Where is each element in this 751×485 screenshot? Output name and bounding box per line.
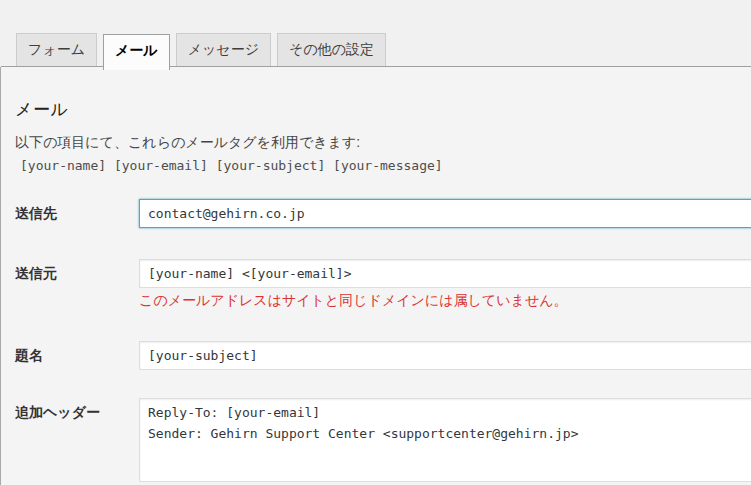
- tab-additional-settings[interactable]: その他の設定: [277, 33, 386, 66]
- mail-from-input[interactable]: [139, 259, 751, 288]
- mail-tags-description: 以下の項目にて、これらのメールタグを利用できます:: [15, 134, 751, 152]
- contact-form-editor: フォーム メール メッセージ その他の設定 メール 以下の項目にて、これらのメー…: [0, 33, 751, 485]
- mail-from-row: 送信元 このメールアドレスはサイトと同じドメインには属していません。: [15, 259, 751, 310]
- tab-messages[interactable]: メッセージ: [176, 33, 271, 66]
- mail-subject-row: 題名: [15, 341, 751, 370]
- tab-mail[interactable]: メール: [103, 34, 170, 70]
- mail-subject-input[interactable]: [139, 341, 751, 370]
- panel-title: メール: [15, 98, 751, 121]
- mail-fields: 送信先 送信元 このメールアドレスはサイトと同じドメインには属していません。 題…: [15, 199, 751, 482]
- additional-headers-row: 追加ヘッダー Reply-To: [your-email] Sender: Ge…: [15, 398, 751, 482]
- additional-headers-textarea[interactable]: Reply-To: [your-email] Sender: Gehirn Su…: [139, 398, 751, 482]
- mail-to-label: 送信先: [15, 199, 139, 223]
- mail-settings-panel: メール 以下の項目にて、これらのメールタグを利用できます: [your-name…: [0, 67, 751, 485]
- editor-tab-bar: フォーム メール メッセージ その他の設定: [1, 33, 751, 67]
- tab-form[interactable]: フォーム: [16, 33, 97, 66]
- mail-tags-list: [your-name] [your-email] [your-subject] …: [20, 158, 751, 173]
- mail-to-input[interactable]: [139, 199, 751, 228]
- additional-headers-label: 追加ヘッダー: [15, 398, 139, 422]
- mail-from-label: 送信元: [15, 259, 139, 283]
- mail-to-row: 送信先: [15, 199, 751, 228]
- mail-from-domain-warning: このメールアドレスはサイトと同じドメインには属していません。: [139, 292, 751, 310]
- mail-subject-label: 題名: [15, 341, 139, 365]
